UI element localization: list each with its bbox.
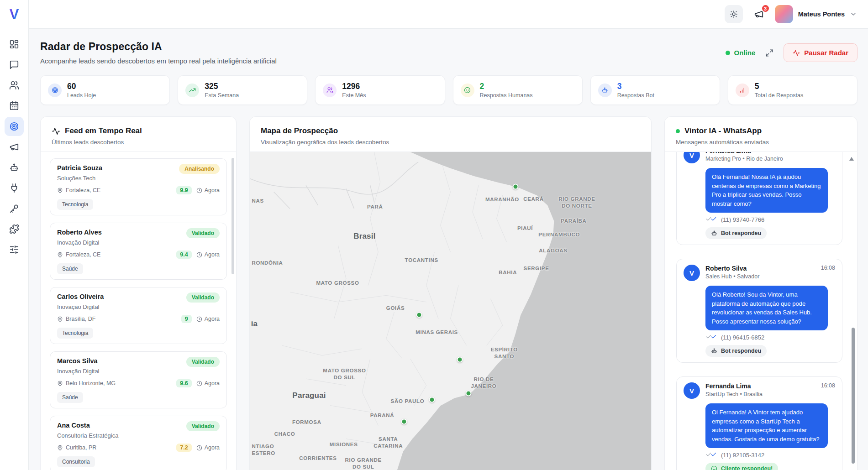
main-content: Radar de Prospecção IA Acompanhe leads s…	[29, 29, 868, 470]
panels-row: Feed em Tempo Real Últimos leads descobe…	[40, 116, 857, 470]
avatar: V	[684, 152, 700, 163]
sliders-icon	[9, 245, 19, 255]
lead-card-roberto-alves[interactable]: Roberto AlvesValidadoInovação DigitalFor…	[50, 223, 227, 280]
sidebar-item-plug[interactable]	[5, 178, 24, 198]
user-avatar	[775, 5, 793, 23]
map-pin-icon	[57, 381, 63, 386]
lead-company: Inovação Digital	[57, 303, 220, 310]
sidebar-item-target[interactable]	[5, 117, 24, 136]
stat-label: Leads Hoje	[67, 92, 96, 99]
sidebar-item-megaphone[interactable]	[5, 137, 24, 157]
check-icon	[710, 451, 717, 458]
stat-card-este-me-s: 1296Este Mês	[315, 75, 445, 105]
plug-icon	[9, 183, 19, 193]
bot-icon	[601, 87, 608, 94]
stat-card-respostas-humanas: 2Respostas Humanas	[453, 75, 583, 105]
map-label-brasil: Brasil	[353, 231, 375, 241]
lead-tag: Tecnologia	[57, 199, 93, 210]
vintor-logo[interactable]: V	[10, 0, 19, 29]
map-lead-dot-brasi-lia[interactable]	[416, 312, 422, 318]
map-panel-subtitle: Visualização geográfica dos leads descob…	[261, 139, 640, 146]
chat-bubble: Olá Fernanda! Nossa IA já ajudou centena…	[705, 168, 828, 213]
stat-icon-wrap	[598, 84, 612, 97]
whatsapp-scrollbar[interactable]	[852, 328, 855, 464]
lead-status-badge: Validado	[186, 292, 220, 303]
sidebar-item-sliders[interactable]	[5, 240, 24, 259]
lead-location: Fortaleza, CE	[57, 187, 100, 193]
sidebar-item-dashboard[interactable]	[5, 35, 24, 54]
online-dot-icon	[676, 129, 680, 133]
map-lead-dot-curitiba[interactable]	[401, 419, 407, 425]
chat-phone-number: (11) 93740-7766	[721, 216, 764, 223]
map-lead-dot-fortaleza[interactable]	[512, 184, 518, 190]
megaphone-icon	[9, 142, 19, 152]
chat-response-badge: Cliente respondeu!	[705, 463, 778, 470]
feed-scrollbar[interactable]	[231, 158, 234, 274]
whatsapp-scroll-up-arrow[interactable]	[849, 157, 854, 161]
map-label-mato-grosso-do-sul: MATO GROSSO DO SUL	[323, 367, 366, 381]
topbar: 3 Mateus Pontes	[29, 0, 868, 29]
sidebar: V	[0, 0, 29, 470]
map-label-rondo-nia: RONDÔNIA	[252, 260, 283, 266]
map-pin-icon	[57, 445, 63, 451]
sidebar-item-puzzle[interactable]	[5, 219, 24, 239]
lead-card-patricia-souza[interactable]: Patricia SouzaAnalisandoSoluções TechFor…	[50, 158, 227, 215]
lead-status-badge: Validado	[186, 421, 220, 431]
lead-time: Agora	[196, 316, 220, 322]
stat-icon-wrap	[461, 84, 474, 97]
sidebar-item-users[interactable]	[5, 76, 24, 95]
target-icon	[52, 87, 58, 94]
lead-card-ana-costa[interactable]: Ana CostaValidadoConsultoria Estratégica…	[50, 416, 227, 470]
prospecting-map[interactable]: NASPARÁMARANHÃOCEARÁRIO GRANDE DO NORTEP…	[250, 152, 651, 470]
chat-response-badge: Bot respondeu	[705, 345, 767, 357]
bar-chart-icon	[739, 87, 746, 94]
stats-row: 60Leads Hoje325Esta Semana1296Este Mês2R…	[40, 75, 857, 105]
map-label-para: PARÁ	[367, 203, 383, 210]
sidebar-item-bot[interactable]	[5, 158, 24, 177]
lead-score: 7.2	[176, 444, 191, 452]
stat-value: 60	[67, 82, 96, 91]
announcements-button[interactable]: 3	[752, 7, 766, 21]
map-label-nas: NAS	[252, 197, 263, 204]
avatar: V	[684, 382, 700, 399]
chat-phone-number: (11) 92105-3142	[721, 452, 764, 459]
page-subtitle: Acompanhe leads sendo descobertos em tem…	[40, 57, 277, 65]
map-label-goia-s: GOIÁS	[386, 305, 405, 312]
sun-icon	[730, 10, 738, 18]
lead-card-carlos-oliveira[interactable]: Carlos OliveiraValidadoInovação DigitalB…	[50, 287, 227, 344]
map-label-parana: PARANÁ	[370, 412, 395, 419]
map-pin-icon	[57, 316, 63, 322]
sidebar-item-calendar[interactable]	[5, 96, 24, 115]
map-pin-icon	[57, 252, 63, 258]
feed-panel: Feed em Tempo Real Últimos leads descobe…	[40, 116, 237, 470]
sidebar-item-chat[interactable]	[5, 55, 24, 74]
map-label-formosa: FORMOSA	[292, 419, 321, 426]
map-label-ceara: CEARÁ	[523, 196, 543, 203]
lead-card-marcos-silva[interactable]: Marcos SilvaValidadoInovação DigitalBelo…	[50, 351, 227, 408]
map-labels-layer: NASPARÁMARANHÃOCEARÁRIO GRANDE DO NORTEP…	[250, 152, 651, 470]
pause-radar-button[interactable]: Pausar Radar	[784, 43, 857, 62]
lead-name: Ana Costa	[57, 421, 90, 429]
map-lead-dot-rio-de-janeiro[interactable]	[466, 390, 472, 396]
app-root: V 3 Mateus Pontes Radar de Prospecção IA…	[0, 0, 868, 470]
chat-delivery-row: (11) 96415-6852	[705, 334, 835, 341]
chat-message-card: VRoberto SilvaSales Hub • Salvador16:08O…	[676, 259, 842, 363]
map-lead-dot-sa-o-paulo[interactable]	[429, 397, 435, 403]
expand-button[interactable]	[765, 49, 773, 57]
feed-panel-header: Feed em Tempo Real Últimos leads descobe…	[41, 117, 236, 152]
whatsapp-message-list: VFernanda LimaMarketing Pro • Rio de Jan…	[665, 152, 857, 470]
sidebar-item-key[interactable]	[5, 199, 24, 218]
avatar: V	[684, 265, 700, 281]
theme-toggle-button[interactable]	[725, 5, 743, 23]
chat-response-badge: Bot respondeu	[705, 227, 767, 239]
user-menu[interactable]: Mateus Pontes	[775, 5, 857, 23]
lead-location: Brasília, DF	[57, 316, 95, 322]
map-label-pernambuco: PERNAMBUCO	[538, 231, 580, 238]
stat-icon-wrap	[323, 84, 337, 97]
map-lead-dot-belo-horizonte[interactable]	[457, 356, 463, 362]
lead-status-badge: Analisando	[179, 164, 220, 174]
map-label-rio-grande-do-norte: RIO GRANDE DO NORTE	[558, 196, 595, 209]
chat-icon	[9, 60, 19, 70]
feed-panel-subtitle: Últimos leads descobertos	[52, 139, 225, 146]
chat-contact-name: Fernanda Lima	[705, 382, 815, 390]
